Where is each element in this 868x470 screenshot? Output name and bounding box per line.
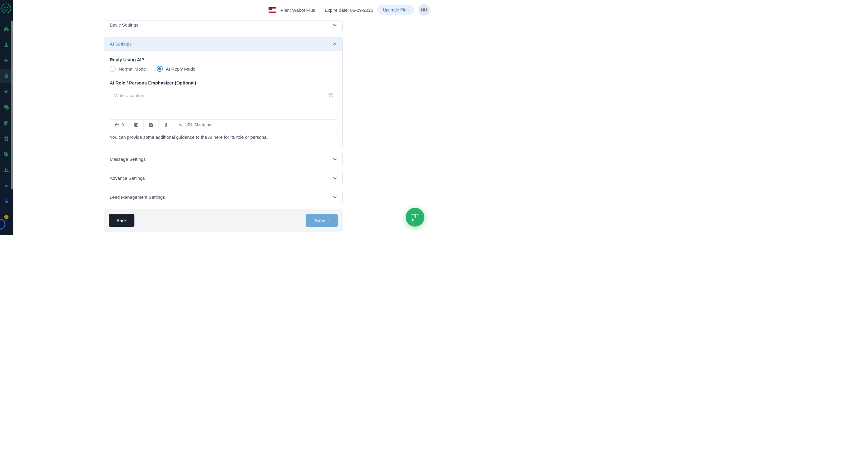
svg-point-10 [6,138,7,139]
advance-settings-header[interactable]: Advance Settings [104,171,342,185]
normal-mode-radio[interactable]: Normal Mode [110,66,146,72]
chevron-down-icon [333,157,337,161]
basic-settings-panel: Basic Settings [104,20,343,32]
persona-editor: Write a caption 0 [110,89,337,130]
svg-rect-23 [269,11,276,12]
svg-point-12 [5,168,7,170]
svg-rect-34 [150,123,152,124]
chevron-down-icon [333,195,337,199]
advance-settings-title: Advance Settings [110,176,145,181]
header-divider: | [319,7,321,13]
chevron-up-icon [333,42,337,46]
emoji-picker-button[interactable] [328,92,334,98]
svg-rect-24 [269,7,272,10]
svg-point-16 [7,202,7,202]
ai-generate-button[interactable] [158,120,173,130]
editor-toolbar: 0 URL Shortener [110,119,337,130]
radio-icon [110,66,116,72]
back-button[interactable]: Back [109,214,134,227]
reply-using-ai-label: Reply Using AI? [110,57,337,62]
svg-rect-14 [5,201,8,203]
ai-settings-header[interactable]: AI Settings [104,37,342,51]
sidebar-scrollbar[interactable] [11,21,13,189]
ai-reply-mode-radio[interactable]: AI Reply Mode [157,66,195,72]
svg-point-8 [6,73,7,74]
template-button[interactable] [129,120,144,130]
normal-mode-label: Normal Mode [119,66,146,71]
submit-button[interactable]: Submit [306,214,338,227]
url-shortener-label: URL Shortener [185,122,213,127]
variable-count: 0 [121,122,124,127]
save-template-button[interactable] [144,120,158,130]
chevron-down-icon [333,23,337,27]
svg-point-5 [5,76,6,77]
persona-placeholder: Write a caption [114,93,144,98]
upgrade-plan-button[interactable]: Upgrade Plan [377,5,414,15]
ai-settings-panel: AI Settings Reply Using AI? Normal Mode … [104,37,343,147]
persona-textarea[interactable]: Write a caption [110,89,337,119]
expire-label: Expire date: 06-09-2025 [324,7,373,13]
svg-point-25 [329,93,333,97]
svg-point-13 [7,169,8,170]
radio-icon [157,66,163,72]
persona-help-text: You can provide some additional guidance… [110,135,337,140]
message-settings-title: Message Settings [110,156,146,162]
svg-point-0 [2,4,11,13]
message-settings-panel: Message Settings [104,152,343,166]
help-chat-fab[interactable] [406,208,424,227]
avatar[interactable]: NU [418,4,430,16]
svg-point-1 [4,7,5,8]
svg-point-36 [415,216,415,216]
lead-settings-header[interactable]: Lead Management Settings [104,190,342,204]
svg-point-15 [5,202,6,202]
app-logo[interactable] [0,2,12,14]
form-footer: Back Submit [104,209,343,232]
variable-count-button[interactable]: 0 [110,120,129,130]
svg-point-17 [6,199,7,200]
basic-settings-header[interactable]: Basic Settings [104,21,342,32]
top-header: Plan: Wabot Plus | Expire date: 06-09-20… [13,0,434,20]
svg-point-26 [330,94,330,95]
url-shortener-button[interactable]: URL Shortener [173,120,218,130]
lead-settings-title: Lead Management Settings [110,195,165,200]
ai-settings-body: Reply Using AI? Normal Mode AI Reply Mod… [104,51,342,147]
ai-settings-title: AI Settings [110,41,132,47]
svg-rect-31 [134,123,138,126]
basic-settings-title: Basic Settings [110,22,138,27]
reply-mode-radio-group: Normal Mode AI Reply Mode [110,66,337,72]
svg-point-3 [5,42,7,45]
svg-rect-4 [4,75,8,78]
main-scroll-area[interactable]: Basic Settings AI Settings Reply Using A… [13,20,434,235]
svg-point-27 [332,94,332,95]
advance-settings-panel: Advance Settings [104,171,343,185]
lead-settings-panel: Lead Management Settings [104,190,343,204]
flag-icon[interactable] [269,7,276,13]
svg-rect-22 [269,10,276,11]
chevron-down-icon [333,176,337,180]
persona-label: AI Role / Persona Emphasizer (Optional) [110,80,337,85]
sidebar [0,0,13,235]
svg-point-6 [7,76,7,77]
ai-reply-mode-label: AI Reply Mode [166,66,195,71]
plan-label: Plan: Wabot Plus [281,7,315,13]
svg-rect-35 [150,125,152,126]
svg-point-2 [7,7,8,8]
svg-point-11 [5,153,6,154]
message-settings-header[interactable]: Message Settings [104,152,342,166]
svg-point-37 [415,217,415,218]
sidebar-item-ai-robot[interactable] [0,194,13,209]
svg-rect-28 [116,124,119,126]
settings-form: Basic Settings AI Settings Reply Using A… [104,20,343,232]
